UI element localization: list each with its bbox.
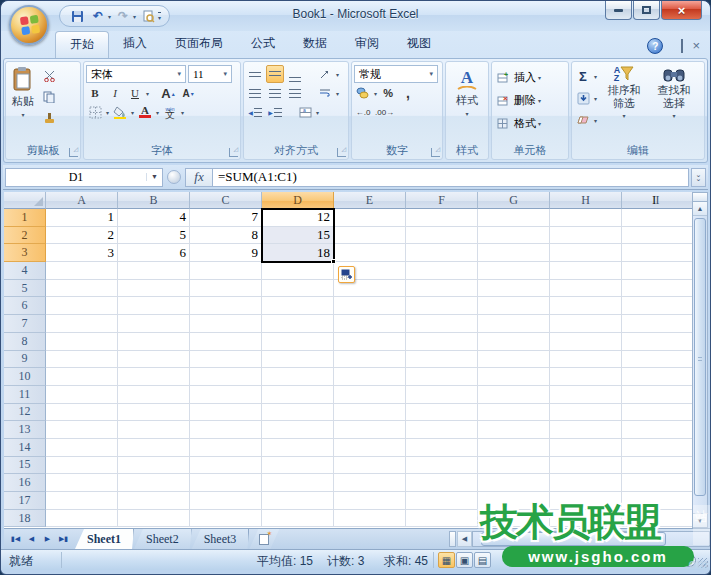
cell-B16[interactable] <box>118 474 190 492</box>
prev-sheet-icon[interactable]: ◀ <box>24 532 39 547</box>
row-header-2[interactable]: 2 <box>4 227 46 245</box>
orientation-dropdown-icon[interactable]: ▾ <box>336 71 339 78</box>
cell-I9[interactable] <box>622 351 694 369</box>
cell-G3[interactable] <box>478 244 550 262</box>
close-button[interactable]: × <box>661 1 702 20</box>
grow-font-button[interactable]: A▴ <box>159 84 177 102</box>
increase-indent-icon[interactable]: ▶ <box>266 103 284 121</box>
help-icon[interactable]: ? <box>647 38 663 54</box>
cell-F15[interactable] <box>406 457 478 475</box>
cell-G5[interactable] <box>478 280 550 298</box>
cell-D10[interactable] <box>262 368 334 386</box>
cell-C1[interactable]: 7 <box>190 209 262 227</box>
cell-B3[interactable]: 6 <box>118 244 190 262</box>
clear-icon[interactable] <box>574 111 592 129</box>
cell-C17[interactable] <box>190 492 262 510</box>
cell-D5[interactable] <box>262 280 334 298</box>
cell-E6[interactable] <box>334 297 406 315</box>
scroll-left-icon[interactable]: ◀ <box>457 531 472 547</box>
cell-D18[interactable] <box>262 510 334 528</box>
cell-F11[interactable] <box>406 386 478 404</box>
cut-icon[interactable] <box>40 67 58 85</box>
align-right-icon[interactable] <box>286 84 304 102</box>
horizontal-scrollbar[interactable] <box>472 531 710 547</box>
office-button[interactable] <box>9 5 49 45</box>
cell-B11[interactable] <box>118 386 190 404</box>
merge-center-icon[interactable]: a <box>296 103 314 121</box>
cell-G16[interactable] <box>478 474 550 492</box>
cell-C18[interactable] <box>190 510 262 528</box>
cell-G8[interactable] <box>478 333 550 351</box>
formula-input[interactable]: =SUM(A1:C1) <box>213 168 689 187</box>
cell-A2[interactable]: 2 <box>46 227 118 245</box>
cell-C3[interactable]: 9 <box>190 244 262 262</box>
cell-I3[interactable] <box>622 244 694 262</box>
cell-I4[interactable] <box>622 262 694 280</box>
cell-I2[interactable] <box>622 227 694 245</box>
cell-H1[interactable] <box>550 209 622 227</box>
vertical-split-handle[interactable] <box>693 193 707 202</box>
cell-B17[interactable] <box>118 492 190 510</box>
cell-H13[interactable] <box>550 421 622 439</box>
cell-C2[interactable]: 8 <box>190 227 262 245</box>
cell-C11[interactable] <box>190 386 262 404</box>
cell-D16[interactable] <box>262 474 334 492</box>
cell-E17[interactable] <box>334 492 406 510</box>
cell-H7[interactable] <box>550 315 622 333</box>
next-sheet-icon[interactable]: ▶ <box>40 532 55 547</box>
italic-button[interactable]: I <box>106 84 124 102</box>
cell-C7[interactable] <box>190 315 262 333</box>
wrap-text-icon[interactable] <box>316 84 334 102</box>
minimize-button[interactable] <box>605 1 632 20</box>
merge-center-dropdown-icon[interactable]: ▾ <box>316 109 319 116</box>
column-header-H[interactable]: H <box>550 192 622 209</box>
scroll-down-icon[interactable]: ▼ <box>693 513 707 527</box>
sheet-tab-sheet2[interactable]: Sheet2 <box>134 529 192 549</box>
cell-F17[interactable] <box>406 492 478 510</box>
fill-dropdown-icon[interactable]: ▾ <box>594 95 597 102</box>
cell-C8[interactable] <box>190 333 262 351</box>
cell-A4[interactable] <box>46 262 118 280</box>
cell-H6[interactable] <box>550 297 622 315</box>
bold-button[interactable]: B <box>86 84 104 102</box>
cell-F10[interactable] <box>406 368 478 386</box>
cell-H3[interactable] <box>550 244 622 262</box>
cell-A15[interactable] <box>46 457 118 475</box>
row-header-17[interactable]: 17 <box>4 492 46 510</box>
cell-E11[interactable] <box>334 386 406 404</box>
orientation-icon[interactable] <box>316 65 334 83</box>
cell-H15[interactable] <box>550 457 622 475</box>
align-center-icon[interactable] <box>266 84 284 102</box>
cell-H18[interactable] <box>550 510 622 528</box>
cell-A16[interactable] <box>46 474 118 492</box>
borders-icon[interactable] <box>86 103 104 121</box>
cell-H2[interactable] <box>550 227 622 245</box>
cell-D7[interactable] <box>262 315 334 333</box>
sheet-tab-sheet3[interactable]: Sheet3 <box>192 529 250 549</box>
cell-H5[interactable] <box>550 280 622 298</box>
sheet-tab-sheet1[interactable]: Sheet1 <box>75 529 134 549</box>
cell-B10[interactable] <box>118 368 190 386</box>
cell-H4[interactable] <box>550 262 622 280</box>
cell-D17[interactable] <box>262 492 334 510</box>
cell-F1[interactable] <box>406 209 478 227</box>
normal-view-button[interactable]: ▦ <box>438 552 455 568</box>
accounting-format-icon[interactable] <box>354 84 372 102</box>
cell-G13[interactable] <box>478 421 550 439</box>
row-header-1[interactable]: 1 <box>4 209 46 227</box>
cell-A9[interactable] <box>46 351 118 369</box>
select-all-corner[interactable] <box>4 192 46 209</box>
cell-I15[interactable] <box>622 457 694 475</box>
expand-formula-bar-icon[interactable]: ⌄⌄ <box>691 168 706 187</box>
cell-D9[interactable] <box>262 351 334 369</box>
row-header-13[interactable]: 13 <box>4 421 46 439</box>
font-color-icon[interactable]: A <box>136 103 154 121</box>
alignment-dialog-launcher-icon[interactable] <box>337 148 346 157</box>
number-format-combo[interactable]: 常规▾ <box>354 65 438 83</box>
cell-I1[interactable] <box>622 209 694 227</box>
cell-D14[interactable] <box>262 439 334 457</box>
cell-B5[interactable] <box>118 280 190 298</box>
insert-cells-button[interactable]: 插入 <box>514 70 536 85</box>
workbook-restore-button[interactable] <box>681 41 683 51</box>
cell-H9[interactable] <box>550 351 622 369</box>
